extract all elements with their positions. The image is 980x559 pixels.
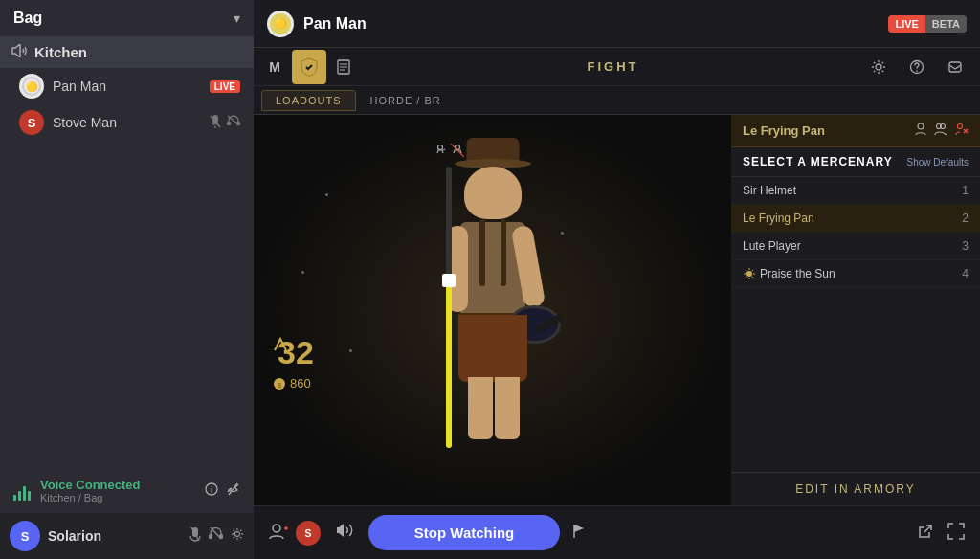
flag-icon[interactable] xyxy=(571,524,587,543)
toolbar-m-button[interactable]: M xyxy=(257,50,292,84)
add-user-area: S xyxy=(269,521,321,546)
toolbar-shield-button[interactable] xyxy=(292,50,326,84)
char-head xyxy=(464,167,522,219)
game-toolbar-left: M xyxy=(254,50,365,84)
svg-point-20 xyxy=(876,64,881,70)
live-pill: LIVE xyxy=(888,15,924,33)
svg-point-37 xyxy=(273,525,280,532)
char-leg-right xyxy=(495,377,520,439)
settings-icon[interactable] xyxy=(231,527,244,545)
toolbar-document-button[interactable] xyxy=(326,50,361,84)
svg-point-22 xyxy=(916,70,918,72)
self-mic-icon[interactable] xyxy=(189,527,201,545)
voice-bars xyxy=(13,481,31,501)
merc-le-frying-pan-name: Le Frying Pan xyxy=(743,212,814,225)
svg-point-33 xyxy=(958,124,963,129)
char-shorts xyxy=(458,315,527,382)
level-number: 32 xyxy=(273,329,325,372)
sidebar: Bag ▾ Kitchen 🟡 Pan Man LIVE S Stove Man xyxy=(0,0,254,559)
external-link-icon[interactable] xyxy=(917,523,934,544)
user-panel: S Solarion xyxy=(0,513,254,559)
self-avatar: S xyxy=(10,521,40,551)
merc-icons xyxy=(915,123,969,139)
svg-point-15 xyxy=(235,532,240,537)
mic-off-icon xyxy=(210,115,221,131)
merc-praise-sun-num: 4 xyxy=(962,267,969,280)
channel-section[interactable]: Kitchen xyxy=(0,36,254,68)
select-mercenary-header: SELECT A MERCENARY Show Defaults xyxy=(731,147,980,177)
main-area: 🟡 Pan Man LIVE BETA M xyxy=(254,0,980,559)
merc-lute-player-name: Lute Player xyxy=(743,239,801,253)
bottom-right-icons xyxy=(917,523,965,544)
pan-man-name: Pan Man xyxy=(53,78,201,94)
merc-lute-player-num: 3 xyxy=(962,239,969,253)
show-defaults-link[interactable]: Show Defaults xyxy=(907,157,969,168)
notification-icon[interactable] xyxy=(938,50,972,84)
fight-label: FIGHT xyxy=(365,59,861,74)
game-content: 32 $ 860 xyxy=(254,115,980,505)
char-leg-left xyxy=(468,377,493,439)
slider-thumb[interactable] xyxy=(442,274,456,287)
svg-rect-23 xyxy=(949,62,961,72)
sidebar-title: Bag xyxy=(13,10,42,27)
sidebar-item-stove-man[interactable]: S Stove Man xyxy=(0,104,254,141)
tab-horde[interactable]: Horde / BR xyxy=(356,90,456,111)
svg-rect-12 xyxy=(209,534,212,539)
character-container xyxy=(254,115,731,505)
toolbar-right xyxy=(861,50,980,84)
voice-location: Kitchen / Bag xyxy=(40,492,195,503)
slider-track[interactable] xyxy=(446,167,452,448)
settings-gear-icon[interactable] xyxy=(861,50,896,84)
pan-man-avatar: 🟡 xyxy=(19,74,44,99)
slider-panel xyxy=(439,144,458,448)
tab-loadouts[interactable]: Loadouts xyxy=(261,90,356,111)
voice-info-icon[interactable]: i xyxy=(205,482,218,499)
merc-item-lute-player[interactable]: Lute Player 3 xyxy=(731,233,980,260)
merc-icon-1[interactable] xyxy=(915,123,926,139)
self-headset-icon[interactable] xyxy=(209,527,223,545)
svg-text:i: i xyxy=(211,485,212,495)
volume-icon-bottom[interactable] xyxy=(336,522,357,544)
merc-sir-helmet-num: 1 xyxy=(962,184,969,197)
add-user-icon[interactable] xyxy=(269,523,288,544)
gold-count: $ 860 xyxy=(273,376,325,391)
disconnect-icon[interactable] xyxy=(226,482,240,499)
chevron-down-icon[interactable]: ▾ xyxy=(234,11,240,26)
stove-man-icons xyxy=(210,115,240,131)
svg-point-30 xyxy=(918,123,924,129)
merc-praise-sun-name: Praise the Sun xyxy=(760,267,835,280)
svg-point-27 xyxy=(438,145,443,150)
svg-line-29 xyxy=(451,144,464,157)
volume-icon xyxy=(11,44,27,60)
voice-status: Voice Connected Kitchen / Bag i xyxy=(0,468,254,513)
bottom-bar-avatar: S xyxy=(296,521,321,546)
stove-man-name: Stove Man xyxy=(53,115,201,130)
svg-point-36 xyxy=(746,271,752,277)
svg-rect-3 xyxy=(227,122,231,125)
top-bar: 🟡 Pan Man LIVE BETA xyxy=(254,0,980,48)
game-tabs: Loadouts Horde / BR xyxy=(254,86,980,115)
beta-pill: BETA xyxy=(925,15,967,33)
channel-name: Kitchen xyxy=(34,44,87,60)
merc-item-le-frying-pan[interactable]: Le Frying Pan 2 xyxy=(731,205,980,233)
voice-icons: i xyxy=(205,482,240,499)
gold-value: 860 xyxy=(290,376,311,391)
merc-item-sir-helmet[interactable]: Sir Helmet 1 xyxy=(731,177,980,205)
bottom-bar: S Stop Watching xyxy=(254,505,980,559)
merc-icon-3[interactable] xyxy=(955,123,969,139)
stop-watching-button[interactable]: Stop Watching xyxy=(368,515,560,550)
fullscreen-icon[interactable] xyxy=(947,523,965,544)
merc-item-praise-sun[interactable]: Praise the Sun 4 xyxy=(731,260,980,288)
char-suspender-left xyxy=(479,219,485,286)
merc-icon-2[interactable] xyxy=(934,123,947,139)
self-name: Solarion xyxy=(48,528,182,544)
edit-armory-button[interactable]: Edit in Armory xyxy=(731,472,980,505)
sidebar-header: Bag ▾ xyxy=(0,0,254,36)
help-icon[interactable] xyxy=(900,50,934,84)
stove-man-avatar: S xyxy=(19,110,44,135)
game-toolbar: M FIGHT xyxy=(254,48,980,86)
user-controls xyxy=(189,527,244,545)
merc-sir-helmet-name: Sir Helmet xyxy=(743,184,796,197)
sidebar-item-pan-man[interactable]: 🟡 Pan Man LIVE xyxy=(0,68,254,104)
mercenary-name: Le Frying Pan xyxy=(743,123,825,138)
